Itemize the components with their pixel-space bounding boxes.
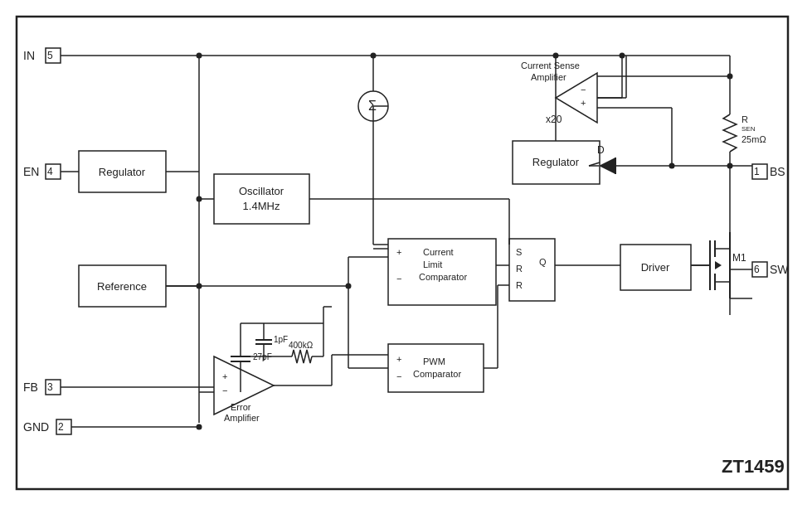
r400k-label: 400kΩ [289, 341, 314, 350]
pin-sw-label: SW [770, 263, 789, 276]
junction-bus-osc [197, 196, 202, 202]
pwm-minus: − [396, 371, 401, 381]
pwm-comp-block [388, 344, 484, 392]
oscillator-label1: Oscillator [239, 185, 284, 197]
csa-minus: − [581, 85, 586, 95]
regulator-en-label: Regulator [99, 166, 146, 178]
error-amp-text2: Amplifier [224, 413, 260, 423]
pin-en-label: EN [23, 165, 39, 178]
junction-csa-plus [669, 163, 675, 169]
regulator2-label: Regulator [532, 156, 580, 168]
diode-body [599, 158, 615, 174]
pin-bs-label: BS [770, 165, 785, 178]
cl-label2: Limit [423, 259, 442, 269]
driver-label: Driver [641, 261, 670, 274]
rsen-label1: R [741, 114, 748, 124]
junction-vbus-in [197, 53, 202, 59]
cl-label1: Current [423, 247, 454, 257]
pin-gnd-number: 2 [58, 421, 64, 433]
chip-label: ZT1459 [722, 456, 785, 477]
csa-label2: Amplifier [531, 72, 566, 82]
diagram-container: ZT1459 IN 5 EN 4 FB 3 GND 2 1 BS 6 SW Re… [0, 0, 812, 509]
csa-plus: + [581, 98, 586, 108]
pwm-plus: + [396, 354, 401, 364]
cl-minus: − [396, 274, 401, 284]
rsen-label2: SEN [741, 125, 756, 133]
mosfet-arrow [715, 261, 722, 269]
schematic-diagram: ZT1459 IN 5 EN 4 FB 3 GND 2 1 BS 6 SW Re… [0, 0, 812, 509]
cl-label3: Comparator [419, 272, 467, 282]
sr-r1-label: R [516, 264, 523, 274]
csa-gain-label: x20 [546, 114, 562, 125]
junction-ref-split [346, 284, 352, 289]
pin-fb-label: FB [23, 381, 38, 394]
rsen-zigzag [723, 114, 737, 152]
error-amp-label1: + [222, 371, 227, 381]
cl-plus: + [396, 247, 401, 257]
error-amp-label2: − [222, 385, 227, 395]
sr-s-label: S [516, 247, 522, 257]
pin-gnd-label: GND [23, 420, 49, 434]
pin-in-number: 5 [47, 50, 53, 61]
csa-label1: Current Sense [521, 61, 580, 70]
diode-label: D [597, 144, 605, 156]
reference-label: Reference [97, 280, 147, 293]
oscillator-block [214, 174, 309, 224]
pin-fb-number: 3 [47, 381, 53, 393]
error-amp-text1: Error [231, 402, 251, 412]
rsen-value: 25mΩ [741, 134, 766, 144]
pwm-label2: Comparator [413, 369, 461, 379]
mosfet-label: M1 [732, 252, 746, 264]
chip-border [17, 17, 788, 489]
sr-q-label: Q [539, 257, 547, 267]
pin-bs-number: 1 [754, 166, 760, 177]
sr-r2-label: R [516, 280, 523, 290]
cap1pf-label: 1pF [274, 335, 288, 344]
pwm-label1: PWM [423, 356, 445, 366]
pin-en-number: 4 [47, 166, 53, 177]
pin-in-label: IN [23, 49, 35, 62]
r400k-zigzag [292, 350, 312, 363]
oscillator-label2: 1.4MHz [243, 200, 280, 212]
pin-sw-number: 6 [754, 264, 760, 275]
